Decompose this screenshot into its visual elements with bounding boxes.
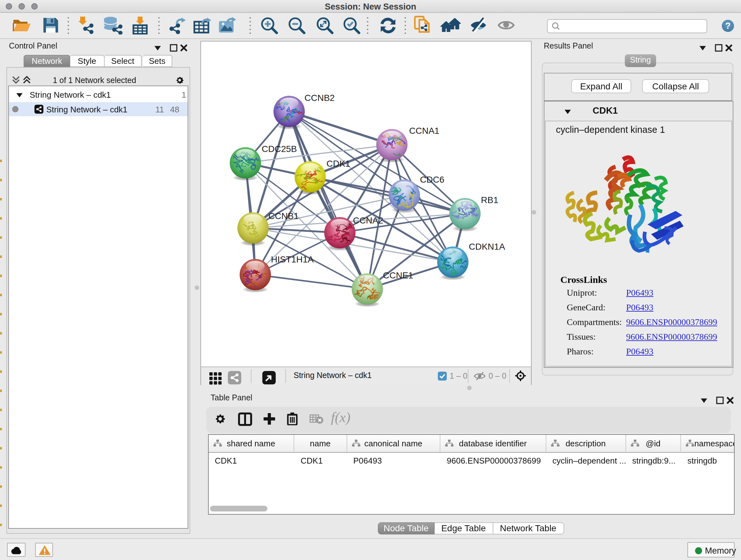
svg-text:CCNB2: CCNB2 — [304, 92, 334, 103]
svg-text:HIST1H1A: HIST1H1A — [271, 254, 313, 264]
svg-text:CCNA2: CCNA2 — [353, 215, 383, 225]
svg-text:CCNA1: CCNA1 — [409, 125, 439, 135]
svg-text:CCNB1: CCNB1 — [268, 211, 298, 221]
svg-text:CDK1: CDK1 — [326, 159, 350, 168]
svg-text:CDC6: CDC6 — [420, 174, 444, 184]
svg-text:RB1: RB1 — [481, 195, 498, 205]
svg-text:CDC25B: CDC25B — [261, 144, 296, 153]
svg-text:CCNE1: CCNE1 — [383, 270, 413, 280]
svg-text:CDKN1A: CDKN1A — [468, 241, 505, 251]
